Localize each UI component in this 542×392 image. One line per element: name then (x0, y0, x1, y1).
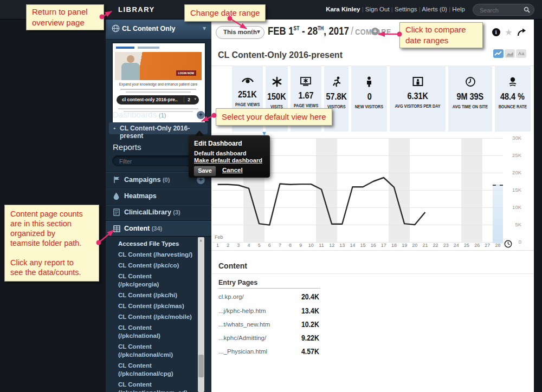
save-button[interactable]: Save (193, 166, 216, 177)
info-icon[interactable]: i (492, 28, 500, 36)
text-view-toggle-icon[interactable]: Aa (516, 49, 526, 58)
x-tick: 12 (327, 243, 337, 248)
thumb-login-button: LOGIN NOW (176, 70, 196, 76)
time-axis-clock-icon[interactable] (504, 240, 512, 248)
area-chart-toggle-icon[interactable] (505, 49, 515, 58)
annotation-compare-date-ranges: Click to compare date ranges (399, 22, 483, 48)
main-panel: This month ▼ FEB 1ST - 28TH, 2017/COMPAR… (211, 19, 534, 392)
x-tick: 9 (296, 243, 306, 248)
thumb-site-header (115, 45, 202, 50)
report-item[interactable]: CL Content (/pkc/georgia) (106, 271, 198, 290)
favorite-star-icon[interactable]: ★ (505, 27, 512, 37)
x-tick: 19 (399, 243, 409, 248)
clock-icon (465, 76, 476, 87)
user-name[interactable]: Kara Kinley (326, 6, 360, 12)
report-item[interactable]: CL Content (/pkc/national/cmi) (106, 341, 198, 360)
cancel-link[interactable]: Cancel (222, 167, 243, 173)
calendar-person-icon (412, 76, 423, 87)
popup-subtitle: Default dashboard (194, 150, 247, 156)
person-icon (365, 76, 373, 87)
x-tick: 28 (493, 243, 502, 248)
popup-title: Edit Dashboard (194, 140, 242, 147)
pill-count: 2 (184, 97, 190, 102)
sidebar-item-content[interactable]: Content (34) (106, 220, 211, 237)
menu-help[interactable]: Help (447, 6, 465, 12)
x-tick: 24 (451, 243, 461, 248)
library-brand-link[interactable]: LIBRARY (118, 5, 155, 14)
metric-tile-new-visitors[interactable]: 0 NEW VISITORS (351, 66, 387, 132)
x-tick: 20 (410, 243, 420, 248)
panel-title: CL Content Only (122, 25, 175, 32)
add-dashboard-button[interactable]: + (197, 111, 205, 119)
x-tick: 6 (264, 243, 274, 248)
document-icon (113, 208, 120, 218)
filter-input[interactable] (118, 157, 196, 165)
share-icon[interactable] (517, 28, 526, 36)
compare-add-icon[interactable]: + (371, 28, 379, 35)
annotation-return-overview: Return to panel overview page (26, 4, 104, 30)
sidebar-item-clinicallibrary[interactable]: ClinicalLibrary (3) (106, 204, 211, 220)
panel-header[interactable]: CL Content Only ▾ (106, 19, 211, 40)
y-tick: 10K (504, 204, 521, 210)
report-item[interactable]: CL Content (/pkc/national/cpg) (106, 360, 198, 379)
sidebar-item-heatmaps[interactable]: Heatmaps (106, 188, 211, 204)
entry-page-row[interactable]: ...j/kphc-help.htm13.4K (218, 306, 392, 317)
x-tick: 5 (254, 243, 264, 248)
report-item[interactable]: CL Content (/harvesting/) (106, 249, 198, 260)
entry-page-row[interactable]: cl.kp.org/20.4K (218, 292, 392, 303)
search-icon (524, 6, 530, 13)
x-tick: 10 (306, 243, 316, 248)
date-bar: This month ▼ FEB 1ST - 28TH, 2017/COMPAR… (211, 19, 534, 46)
date-preset-dropdown[interactable]: This month ▼ (216, 26, 264, 39)
make-default-dashboard-link[interactable]: Make default dashboard (194, 157, 262, 164)
entry-page-row[interactable]: ...t/whats_new.htm10.2K (218, 320, 392, 331)
runner-icon (332, 76, 341, 87)
entry-page-row[interactable]: ..._Physician.html4.57K (218, 347, 392, 358)
entry-page-row[interactable]: ...kphc/Admitting/9.22K (218, 334, 392, 344)
report-item[interactable]: CL Content (/pkc/hi) (106, 290, 198, 300)
date-range: FEB 1ST - 28TH, 2017/COMPARE (268, 25, 415, 37)
entry-pages-subheading: Entry Pages (218, 279, 257, 286)
menu-alerts[interactable]: Alerts (0) (417, 6, 447, 12)
screen-asterisk-icon (300, 76, 312, 86)
report-item[interactable]: CL Content (/pkc/co) (106, 260, 198, 271)
dashboard-title: CL Content-Only 2016-present (218, 50, 343, 60)
user-menu: Kara KinleySign OutSettingsAlerts (0)Hel… (326, 6, 465, 12)
metric-tile-avg-time-on-site[interactable]: 9M 39S AVG TIME ON SITE (448, 66, 492, 132)
globe-icon (112, 24, 120, 32)
report-item[interactable]: CL Content (/pkc/mas) (106, 300, 198, 311)
panel-caret-icon[interactable]: ▾ (203, 24, 206, 32)
x-tick: 22 (431, 243, 441, 248)
x-tick: 27 (482, 243, 492, 248)
thumb-hero-image: LOGIN NOW (115, 52, 202, 80)
x-tick: 14 (347, 243, 357, 248)
y-tick: 15K (504, 187, 521, 193)
dashboards-section-header: Dashboards (1) (113, 110, 166, 119)
pill-caret-icon[interactable]: ▾ (194, 97, 196, 101)
analytics-dashboard-page: LIBRARY Kara KinleySign OutSettingsAlert… (0, 0, 542, 392)
report-item[interactable]: Accessed File Types (106, 238, 198, 249)
bullet-icon: ● (113, 126, 115, 130)
bounce-ball-icon (508, 76, 517, 87)
sidebar-scrollbar-thumb[interactable] (198, 355, 204, 377)
x-tick: 2 (223, 243, 233, 248)
sidebar-item-active-dashboard[interactable]: ● CL Content-Only 2016-present (109, 122, 208, 134)
search-box[interactable] (473, 4, 534, 16)
chart-y-axis: 30K25K20K15K10K5K0 (504, 138, 524, 242)
metric-tile-avg-visitors-per-day[interactable]: 6.31K AVG VISITORS PER DAY (390, 66, 446, 132)
scroll-up-icon[interactable]: ▲ (199, 238, 203, 242)
line-chart-toggle-icon[interactable] (493, 49, 504, 58)
menu-settings[interactable]: Settings (390, 6, 417, 12)
dashboard-title-row: CL Content-Only 2016-present Aa (211, 45, 534, 66)
menu-sign-out[interactable]: Sign Out (360, 6, 389, 12)
search-input[interactable] (479, 5, 523, 15)
thumb-tagline: Expand your knowledge and enhance patien… (115, 82, 202, 86)
x-tick: 18 (389, 243, 399, 248)
metric-tile-bounce-rate[interactable]: 48.4 % BOUNCE RATE (495, 66, 531, 132)
report-item[interactable]: CL Content (/pkc/national) (106, 322, 198, 341)
x-tick: 7 (275, 243, 285, 248)
report-item[interactable]: CL Content (/pkc/national/mem_ed) (106, 379, 198, 392)
x-tick: 3 (234, 243, 243, 248)
report-item[interactable]: CL Content (/pkc/mobile) (106, 311, 198, 322)
dashboard-selector-pill[interactable]: cl content-only 2016-pre.. 2 ▾ (117, 95, 199, 104)
